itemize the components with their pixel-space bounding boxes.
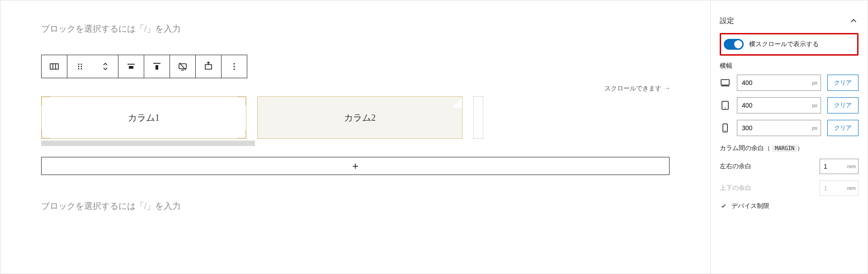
drag-handle-icon [75, 61, 85, 72]
move-updown-button[interactable] [93, 55, 118, 78]
svg-rect-16 [205, 65, 212, 69]
svg-point-5 [78, 66, 80, 67]
svg-point-8 [81, 68, 82, 70]
align-button[interactable] [118, 55, 144, 78]
device-off-icon [177, 61, 188, 72]
svg-rect-10 [129, 66, 133, 69]
more-options-button[interactable] [222, 55, 247, 78]
width-row-desktop: px クリア [720, 75, 859, 91]
align-top-icon [151, 61, 162, 72]
block-toolbar [41, 55, 247, 78]
mobile-icon [720, 123, 731, 133]
margin-tb-input [820, 180, 859, 196]
horizontal-scroll-toggle[interactable] [724, 39, 744, 50]
toggle-label: 横スクロールで表示する [749, 40, 819, 48]
width-section-label: 横幅 [720, 62, 859, 70]
scroll-hint: スクロールできます→ [604, 85, 670, 93]
column-peek[interactable] [473, 96, 483, 139]
width-row-mobile: px クリア [720, 120, 859, 136]
columns-block[interactable]: スクロールできます→ カラム1 カラム2 ＋ [41, 96, 670, 175]
margin-lr-row: 左右の余白 rem [720, 159, 859, 174]
settings-sidebar: 設定 横スクロールで表示する 横幅 px クリア px クリア px クリア カ… [710, 0, 868, 274]
tablet-icon [720, 100, 731, 111]
mobile-width-input[interactable] [737, 120, 821, 136]
svg-point-4 [81, 64, 82, 65]
plus-icon: ＋ [350, 159, 360, 173]
margin-lr-input[interactable] [820, 159, 859, 174]
svg-rect-21 [721, 80, 729, 85]
column-2[interactable]: カラム2 [257, 96, 462, 139]
horizontal-scrollbar[interactable] [41, 141, 670, 146]
drag-handle-button[interactable] [67, 55, 93, 78]
align-icon [126, 61, 137, 72]
margin-section-label: カラム間の余白（MARGIN） [720, 144, 859, 152]
chevron-up-icon [849, 16, 859, 26]
vertical-align-button[interactable] [144, 55, 170, 78]
scroll-toggle-row: 横スクロールで表示する [720, 33, 859, 56]
desktop-width-input[interactable] [737, 75, 821, 91]
margin-tb-row: 上下の余白 rem [720, 180, 859, 196]
svg-point-19 [233, 66, 235, 67]
svg-point-18 [233, 63, 235, 64]
margin-tb-label: 上下の余白 [720, 184, 751, 192]
device-visibility-button[interactable] [170, 55, 195, 78]
device-limit-row[interactable]: デバイス制限 [720, 202, 859, 210]
tablet-width-input[interactable] [737, 97, 821, 113]
margin-lr-label: 左右の余白 [720, 162, 751, 170]
svg-point-6 [81, 66, 82, 67]
panel-header[interactable]: 設定 [720, 8, 859, 33]
panel-title: 設定 [720, 16, 734, 26]
svg-rect-12 [156, 65, 158, 70]
width-row-tablet: px クリア [720, 97, 859, 113]
clear-mobile-width-button[interactable]: クリア [827, 120, 859, 136]
device-limit-label: デバイス制限 [731, 202, 769, 210]
scrollbar-thumb[interactable] [41, 141, 255, 146]
desktop-icon [720, 77, 731, 88]
columns-icon [49, 61, 60, 72]
block-placeholder[interactable]: ブロックを選択するには「/」を入力 [41, 23, 670, 35]
svg-rect-0 [50, 64, 58, 69]
more-vertical-icon [229, 61, 240, 72]
svg-point-20 [233, 68, 235, 70]
chevrons-vertical-icon [100, 61, 111, 72]
margin-icon [203, 61, 214, 72]
block-appender-button[interactable]: ＋ [41, 157, 670, 175]
editor-canvas: ブロックを選択するには「/」を入力 [0, 0, 710, 274]
column-1[interactable]: カラム1 [41, 96, 246, 139]
svg-point-7 [78, 68, 80, 70]
block-placeholder[interactable]: ブロックを選択するには「/」を入力 [41, 200, 670, 212]
column-label: カラム2 [344, 112, 376, 124]
check-icon [720, 202, 728, 210]
clear-desktop-width-button[interactable]: クリア [827, 75, 859, 91]
columns-row: カラム1 カラム2 [41, 96, 670, 139]
margin-button[interactable] [196, 55, 221, 78]
svg-point-3 [78, 64, 80, 65]
clear-tablet-width-button[interactable]: クリア [827, 97, 859, 113]
column-label: カラム1 [128, 112, 160, 124]
columns-block-icon-button[interactable] [42, 55, 67, 78]
